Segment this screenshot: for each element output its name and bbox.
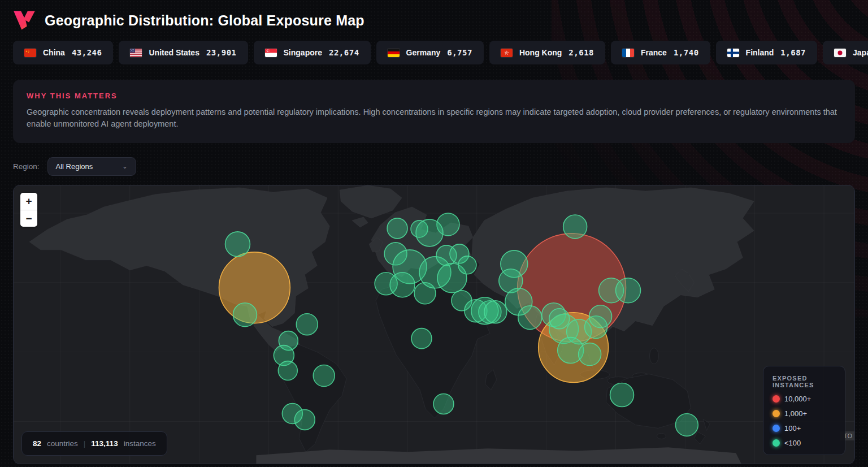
exposure-bubble-green[interactable] — [675, 413, 698, 436]
country-cards-row: China 43,246 United States 23,901 Singap… — [13, 41, 855, 64]
country-card-france: France 1,740 — [611, 41, 710, 64]
legend-item-10000: 10,000+ — [772, 395, 836, 403]
callout-title: WHY THIS MATTERS — [27, 92, 841, 100]
legend-title: EXPOSED INSTANCES — [772, 375, 836, 388]
world-exposure-map[interactable]: + − TO 82 countries | 113,113 instances … — [13, 185, 855, 464]
exposure-bubble-green[interactable] — [278, 361, 297, 380]
brand-logo-icon — [13, 10, 36, 31]
exposure-bubble-green[interactable] — [390, 273, 415, 297]
exposure-bubble-green[interactable] — [579, 343, 601, 366]
germany-flag-icon — [388, 49, 400, 57]
country-card-china: China 43,246 — [13, 41, 113, 64]
countries-count-label: countries — [47, 439, 78, 448]
country-card-germany: Germany 6,757 — [376, 41, 484, 64]
country-name: Germany — [406, 48, 441, 57]
united-states-flag-icon — [130, 49, 142, 57]
exposure-bubble-green[interactable] — [233, 303, 257, 327]
green-dot-icon — [772, 439, 780, 447]
country-value: 1,687 — [780, 48, 806, 57]
legend-item-under-100: <100 — [772, 439, 836, 447]
blue-dot-icon — [772, 425, 780, 432]
region-select-value: All Regions — [56, 162, 93, 171]
country-card-singapore: Singapore 22,674 — [254, 41, 371, 64]
map-zoom-control: + − — [20, 193, 37, 227]
map-stats-chip: 82 countries | 113,113 instances — [21, 431, 167, 456]
exposure-bubble-green[interactable] — [484, 301, 507, 323]
instances-count: 113,113 — [91, 439, 118, 448]
exposure-bubble-green[interactable] — [610, 383, 634, 407]
exposure-bubble-green[interactable] — [411, 328, 432, 349]
map-legend: EXPOSED INSTANCES 10,000+ 1,000+ 100+ <1… — [763, 366, 845, 455]
region-select[interactable]: All Regions ⌄ — [47, 157, 136, 176]
country-card-hong-kong: Hong Kong 2,618 — [489, 41, 605, 64]
country-name: United States — [149, 48, 199, 57]
page-title: Geographic Distribution: Global Exposure… — [45, 12, 364, 29]
legend-label: <100 — [784, 439, 801, 447]
country-name: France — [641, 48, 667, 57]
region-label: Region: — [13, 162, 40, 171]
france-flag-icon — [622, 49, 634, 57]
page-header: Geographic Distribution: Global Exposure… — [13, 0, 855, 38]
chevron-down-icon: ⌄ — [122, 163, 127, 170]
callout-body: Geographic concentration reveals deploym… — [27, 106, 841, 130]
exposure-bubble-green[interactable] — [387, 218, 407, 239]
exposure-bubble-green[interactable] — [549, 309, 570, 329]
country-value: 2,618 — [568, 48, 594, 57]
exposure-bubble-layer[interactable] — [14, 185, 854, 464]
exposure-bubble-green[interactable] — [313, 365, 335, 387]
legend-label: 1,000+ — [784, 409, 807, 418]
legend-label: 100+ — [784, 424, 801, 433]
hong-kong-flag-icon — [501, 49, 513, 57]
orange-dot-icon — [772, 410, 780, 417]
country-value: 43,246 — [72, 48, 102, 57]
filter-row: Region: All Regions ⌄ — [13, 157, 855, 176]
finland-flag-icon — [727, 49, 739, 57]
country-name: Finland — [746, 48, 774, 57]
country-name: Japan — [853, 48, 868, 57]
exposure-bubble-green[interactable] — [294, 409, 315, 430]
exposure-bubble-green[interactable] — [589, 305, 612, 328]
country-name: Singapore — [284, 48, 322, 57]
country-card-finland: Finland 1,687 — [716, 41, 817, 64]
stats-divider: | — [84, 439, 86, 448]
exposure-bubble-green[interactable] — [296, 314, 318, 335]
exposure-bubble-green[interactable] — [563, 215, 587, 239]
country-value: 23,901 — [206, 48, 237, 57]
japan-flag-icon — [834, 49, 846, 57]
country-card-united-states: United States 23,901 — [119, 41, 248, 64]
why-this-matters-callout: WHY THIS MATTERS Geographic concentratio… — [13, 80, 855, 143]
exposure-bubble-green[interactable] — [518, 306, 542, 330]
exposure-bubble-green[interactable] — [616, 278, 641, 303]
country-value: 1,740 — [674, 48, 699, 57]
legend-label: 10,000+ — [784, 395, 811, 403]
exposure-bubble-green[interactable] — [433, 394, 454, 414]
instances-count-label: instances — [124, 439, 156, 448]
zoom-in-button[interactable]: + — [20, 193, 37, 210]
red-dot-icon — [772, 395, 780, 403]
country-value: 6,757 — [447, 48, 472, 57]
country-name: China — [43, 48, 65, 57]
country-name: Hong Kong — [519, 48, 562, 57]
exposure-bubble-green[interactable] — [416, 219, 443, 247]
legend-item-100: 100+ — [772, 424, 836, 433]
country-card-japan: Japan 1,410 — [823, 41, 868, 64]
singapore-flag-icon — [265, 49, 277, 57]
exposure-bubble-green[interactable] — [225, 232, 250, 257]
exposure-bubble-green[interactable] — [458, 256, 476, 274]
china-flag-icon — [24, 49, 36, 57]
countries-count: 82 — [33, 439, 41, 448]
zoom-out-button[interactable]: − — [20, 210, 37, 227]
country-value: 22,674 — [329, 48, 359, 57]
legend-item-1000: 1,000+ — [772, 409, 836, 418]
